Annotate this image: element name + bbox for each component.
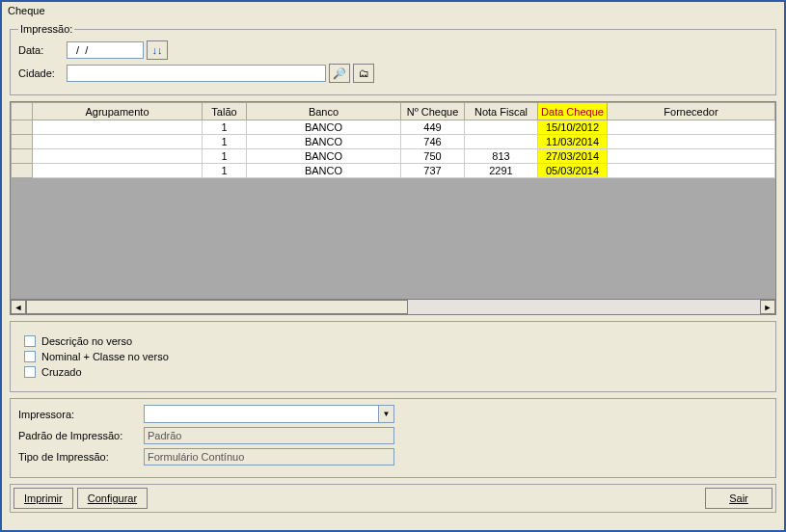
cell-data-cheque: 05/03/2014 <box>538 164 608 178</box>
scroll-right-arrow[interactable]: ► <box>760 300 775 314</box>
cell-banco: BANCO <box>247 164 401 178</box>
scroll-left-arrow[interactable]: ◄ <box>11 300 26 314</box>
checkbox-icon <box>24 335 36 347</box>
chk-cruzado[interactable]: Cruzado <box>24 366 762 378</box>
cell-talao: 1 <box>203 135 247 149</box>
cell-nota-fiscal <box>465 120 538 135</box>
cell-data-cheque: 15/10/2012 <box>538 120 608 135</box>
cell-agrupamento <box>33 120 203 135</box>
padrao-label: Padrão de Impressão: <box>18 430 144 441</box>
grid-viewport[interactable]: Agrupamento Talão Banco Nº Cheque Nota F… <box>11 102 775 299</box>
cheque-window: Cheque Impressão: Data: ↓↓ Cidade: 🔎 🗂 <box>0 0 786 532</box>
row-selector-cell[interactable] <box>12 164 33 178</box>
cell-banco: BANCO <box>247 120 401 135</box>
imprimir-button[interactable]: Imprimir <box>14 488 73 509</box>
impressora-combo[interactable]: ▼ <box>144 405 394 423</box>
col-nota-fiscal[interactable]: Nota Fiscal <box>465 103 538 120</box>
impressora-label: Impressora: <box>18 409 144 420</box>
cheque-grid: Agrupamento Talão Banco Nº Cheque Nota F… <box>10 101 776 315</box>
cidade-search-button[interactable]: 🔎 <box>329 64 350 83</box>
cell-nota-fiscal: 2291 <box>465 164 538 178</box>
cell-banco: BANCO <box>247 149 401 164</box>
col-fornecedor[interactable]: Fornecedor <box>608 103 775 120</box>
window-title: Cheque <box>2 2 784 19</box>
cell-fornecedor <box>608 135 775 149</box>
scroll-track[interactable] <box>26 300 760 314</box>
col-rowselector[interactable] <box>12 103 33 120</box>
cell-nota-fiscal: 813 <box>465 149 538 164</box>
cell-talao: 1 <box>203 120 247 135</box>
cell-data-cheque: 11/03/2014 <box>538 135 608 149</box>
bottom-bar: Imprimir Configurar Sair <box>10 484 776 513</box>
cell-agrupamento <box>33 149 203 164</box>
cell-talao: 1 <box>203 164 247 178</box>
date-arrows-button[interactable]: ↓↓ <box>147 40 168 60</box>
cell-agrupamento <box>33 164 203 178</box>
cell-fornecedor <box>608 149 775 164</box>
cell-fornecedor <box>608 164 775 178</box>
binoculars-icon: 🔎 <box>333 67 346 80</box>
table-row[interactable]: 1BANCO44915/10/2012 <box>12 120 775 135</box>
row-selector-cell[interactable] <box>12 149 33 164</box>
padrao-input <box>144 427 394 444</box>
impressora-value <box>145 406 378 422</box>
data-label: Data: <box>18 44 67 56</box>
col-talao[interactable]: Talão <box>203 103 247 120</box>
grid-header-row: Agrupamento Talão Banco Nº Cheque Nota F… <box>12 103 775 120</box>
chk-cruzado-label: Cruzado <box>41 366 82 378</box>
sair-button[interactable]: Sair <box>705 488 772 509</box>
card-icon: 🗂 <box>359 67 369 79</box>
chk-descricao-verso[interactable]: Descrição no verso <box>24 335 762 347</box>
row-selector-cell[interactable] <box>12 120 33 135</box>
cell-num-cheque: 746 <box>401 135 465 149</box>
table-row[interactable]: 1BANCO737229105/03/2014 <box>12 164 775 178</box>
client-area: Impressão: Data: ↓↓ Cidade: 🔎 🗂 <box>6 21 780 526</box>
cell-num-cheque: 737 <box>401 164 465 178</box>
chk-nominal-classe[interactable]: Nominal + Classe no verso <box>24 351 762 362</box>
cell-data-cheque: 27/03/2014 <box>538 149 608 164</box>
col-num-cheque[interactable]: Nº Cheque <box>401 103 465 120</box>
col-agrupamento[interactable]: Agrupamento <box>33 103 203 120</box>
cell-agrupamento <box>33 135 203 149</box>
row-selector-cell[interactable] <box>12 135 33 149</box>
grid-table: Agrupamento Talão Banco Nº Cheque Nota F… <box>11 102 775 178</box>
cell-nota-fiscal <box>465 135 538 149</box>
cell-fornecedor <box>608 120 775 135</box>
table-row[interactable]: 1BANCO74611/03/2014 <box>12 135 775 149</box>
scroll-thumb[interactable] <box>26 300 408 314</box>
checkbox-icon <box>24 366 36 378</box>
cidade-input[interactable] <box>67 65 326 82</box>
impressao-group: Impressão: Data: ↓↓ Cidade: 🔎 🗂 <box>10 23 776 95</box>
chk-nominal-classe-label: Nominal + Classe no verso <box>41 351 169 362</box>
tipo-label: Tipo de Impressão: <box>18 451 144 463</box>
printer-group: Impressora: ▼ Padrão de Impressão: Tipo … <box>10 398 776 478</box>
cell-talao: 1 <box>203 149 247 164</box>
col-banco[interactable]: Banco <box>247 103 401 120</box>
grid-hscrollbar[interactable]: ◄ ► <box>11 299 775 314</box>
impressao-legend: Impressão: <box>18 23 74 35</box>
checkbox-icon <box>24 351 36 362</box>
cidade-label: Cidade: <box>18 67 67 79</box>
tipo-input <box>144 448 394 466</box>
cell-num-cheque: 449 <box>401 120 465 135</box>
chk-descricao-verso-label: Descrição no verso <box>41 335 132 347</box>
data-input[interactable] <box>67 41 144 59</box>
table-row[interactable]: 1BANCO75081327/03/2014 <box>12 149 775 164</box>
cell-num-cheque: 750 <box>401 149 465 164</box>
cidade-card-button[interactable]: 🗂 <box>353 64 374 83</box>
down-arrows-icon: ↓↓ <box>152 44 163 56</box>
cell-banco: BANCO <box>247 135 401 149</box>
configurar-button[interactable]: Configurar <box>77 488 148 509</box>
options-group: Descrição no verso Nominal + Classe no v… <box>10 321 776 392</box>
col-data-cheque[interactable]: Data Cheque <box>538 103 608 120</box>
combo-drop-icon[interactable]: ▼ <box>378 406 393 422</box>
